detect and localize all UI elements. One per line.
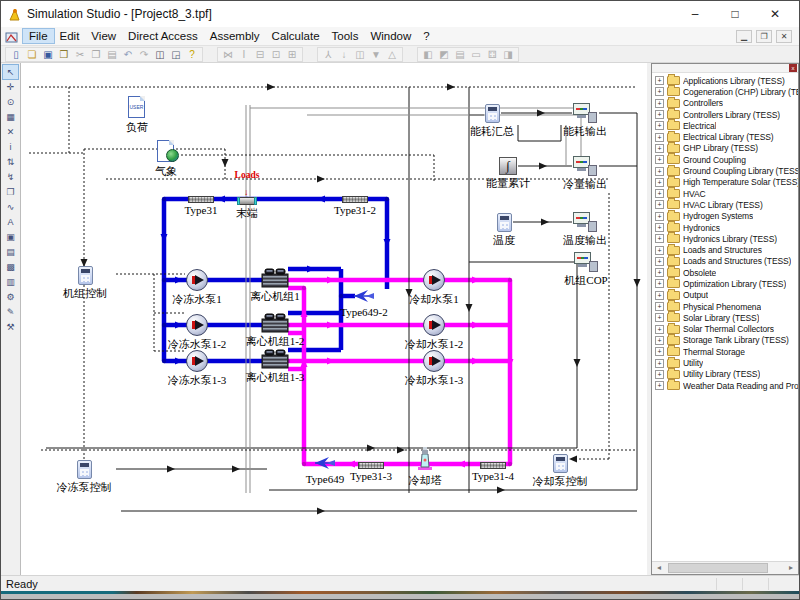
print-button[interactable]: ◫: [154, 48, 166, 61]
frame-tool[interactable]: ▣: [3, 230, 18, 244]
minimize-button[interactable]: –: [675, 2, 715, 26]
link-tool[interactable]: ⇅: [3, 155, 18, 169]
expand-icon[interactable]: +: [655, 370, 664, 379]
menu-window[interactable]: Window: [364, 29, 417, 43]
delete-tool[interactable]: ✕: [3, 125, 18, 139]
save-all-button[interactable]: ❒: [58, 48, 70, 61]
scroll-thumb[interactable]: [668, 563, 768, 573]
tile-button[interactable]: ◩: [438, 48, 450, 61]
paste-button[interactable]: ▤: [106, 48, 118, 61]
probe-button[interactable]: ▼: [370, 48, 382, 61]
grid-snap-button[interactable]: ⊞: [286, 48, 298, 61]
align-horizontal-button[interactable]: ⋈: [222, 48, 234, 61]
expand-icon[interactable]: +: [655, 200, 664, 209]
expand-icon[interactable]: +: [655, 234, 664, 243]
cut-button[interactable]: ✂: [74, 48, 86, 61]
panel-close-icon[interactable]: x: [789, 64, 797, 72]
menu-edit[interactable]: Edit: [54, 29, 86, 43]
expand-icon[interactable]: +: [655, 155, 664, 164]
insert-button[interactable]: ↓: [338, 48, 350, 61]
expand-icon[interactable]: +: [655, 336, 664, 345]
expand-icon[interactable]: +: [655, 87, 664, 96]
stamp-tool[interactable]: ❐: [3, 185, 18, 199]
fit-button[interactable]: ▭: [470, 48, 482, 61]
layout-tool[interactable]: ▤: [3, 245, 18, 259]
pen-tool[interactable]: ✎: [3, 305, 18, 319]
expand-icon[interactable]: +: [655, 223, 664, 232]
maximize-button[interactable]: □: [715, 2, 755, 26]
library-panel-header: x: [652, 64, 798, 73]
info-tool[interactable]: i: [3, 140, 18, 154]
pump-icon: [423, 269, 445, 291]
menu-view[interactable]: View: [85, 29, 122, 43]
child-close-button[interactable]: ✕: [776, 30, 792, 43]
help-button[interactable]: ?: [186, 48, 198, 61]
library-item-label: Loads and Structures (TESS): [683, 256, 791, 266]
settings-tool[interactable]: ⚙: [3, 290, 18, 304]
expand-icon[interactable]: +: [655, 133, 664, 142]
expand-icon[interactable]: +: [655, 178, 664, 187]
plug-tool[interactable]: ↯: [3, 170, 18, 184]
expand-icon[interactable]: +: [655, 359, 664, 368]
expand-icon[interactable]: +: [655, 110, 664, 119]
child-minimize-button[interactable]: ▁: [736, 30, 752, 43]
close-button[interactable]: ✕: [755, 2, 795, 26]
expand-icon[interactable]: +: [655, 167, 664, 176]
select-tool[interactable]: ↖: [3, 65, 18, 79]
layers-tool[interactable]: ▩: [3, 260, 18, 274]
panel-button[interactable]: ◫: [354, 48, 366, 61]
child-restore-button[interactable]: ❐: [756, 30, 772, 43]
library-horizontal-scrollbar[interactable]: ◂ ▸: [652, 561, 798, 574]
text-tool[interactable]: A: [3, 215, 18, 229]
expand-icon[interactable]: +: [655, 121, 664, 130]
split-button[interactable]: ◨: [502, 48, 514, 61]
expand-icon[interactable]: +: [655, 347, 664, 356]
pan-tool[interactable]: ✛: [3, 80, 18, 94]
expand-icon[interactable]: +: [655, 291, 664, 300]
curve-button[interactable]: △: [386, 48, 398, 61]
expand-icon[interactable]: +: [655, 99, 664, 108]
print-preview-button[interactable]: ◲: [170, 48, 182, 61]
new-button[interactable]: ▯: [10, 48, 22, 61]
redo-button[interactable]: ↷: [138, 48, 150, 61]
expand-icon[interactable]: +: [655, 189, 664, 198]
menu-direct-access[interactable]: Direct Access: [122, 29, 204, 43]
grid-tool[interactable]: ▦: [3, 110, 18, 124]
menu-help[interactable]: ?: [417, 29, 435, 43]
open-button[interactable]: ❏: [26, 48, 38, 61]
hierarchy-button[interactable]: ⅄: [322, 48, 334, 61]
menu-assembly[interactable]: Assembly: [204, 29, 266, 43]
menu-calculate[interactable]: Calculate: [266, 29, 326, 43]
diagram-canvas[interactable]: USER负荷气象Type31↓末端Type31-2机组控制冷冻水泵1冷冻水泵1-…: [21, 63, 647, 575]
expand-icon[interactable]: +: [655, 212, 664, 221]
expand-icon[interactable]: +: [655, 257, 664, 266]
size-button[interactable]: ⊡: [270, 48, 282, 61]
undo-button[interactable]: ↶: [122, 48, 134, 61]
expand-icon[interactable]: +: [655, 325, 664, 334]
expand-icon[interactable]: +: [655, 144, 664, 153]
pump-icon: [186, 350, 208, 372]
expand-icon[interactable]: +: [655, 268, 664, 277]
scroll-right-icon[interactable]: ▸: [785, 563, 797, 573]
order-button[interactable]: ⚃: [486, 48, 498, 61]
expand-icon[interactable]: +: [655, 381, 664, 390]
align-vertical-button[interactable]: Ι: [238, 48, 250, 61]
zoom-tool[interactable]: ⊙: [3, 95, 18, 109]
library-item[interactable]: +Weather Data Reading and Process: [652, 380, 798, 391]
expand-icon[interactable]: +: [655, 313, 664, 322]
cascade-button[interactable]: ◧: [422, 48, 434, 61]
menu-tools[interactable]: Tools: [326, 29, 365, 43]
copy-button[interactable]: ❐: [90, 48, 102, 61]
expand-icon[interactable]: +: [655, 279, 664, 288]
expand-icon[interactable]: +: [655, 246, 664, 255]
scroll-left-icon[interactable]: ◂: [653, 563, 665, 573]
curve-tool[interactable]: ∿: [3, 200, 18, 214]
save-button[interactable]: ▣: [42, 48, 54, 61]
distribute-button[interactable]: ⊟: [254, 48, 266, 61]
menu-file[interactable]: File: [23, 29, 54, 43]
build-tool[interactable]: ⚒: [3, 320, 18, 334]
expand-icon[interactable]: +: [655, 76, 664, 85]
arrange-button[interactable]: ▤: [454, 48, 466, 61]
expand-icon[interactable]: +: [655, 302, 664, 311]
plot-tool[interactable]: ▥: [3, 275, 18, 289]
